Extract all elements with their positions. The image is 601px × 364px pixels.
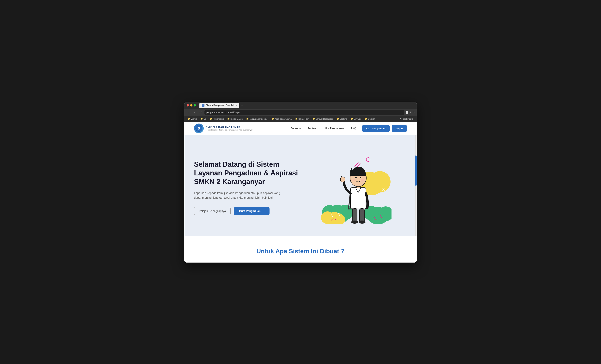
bookmark-kubernetes[interactable]: 📁 Kubernetes [208, 117, 225, 121]
folder-icon: 📁 [351, 118, 353, 120]
forward-button[interactable]: › [192, 110, 197, 115]
bookmark-label: All Bookmarks [400, 118, 413, 120]
tab-close-icon[interactable]: ✕ [235, 104, 237, 106]
tab-bar: Sistem Pengaduan Sekolah ✕ + [200, 103, 414, 108]
minimize-button[interactable] [190, 104, 192, 106]
active-tab[interactable]: Sistem Pengaduan Sekolah ✕ [200, 103, 239, 108]
bookmark-label: Kubernetes [213, 118, 224, 120]
folder-icon: 📁 [210, 118, 212, 120]
hero-section: Selamat Datang di Sistem Layanan Pengadu… [184, 135, 417, 236]
svg-point-15 [321, 212, 334, 224]
new-tab-button[interactable]: + [240, 104, 244, 107]
svg-point-24 [341, 177, 345, 182]
site-logo[interactable]: S SMK N 2 KARANGANYAR Jl. Yos Sudarso, B… [194, 123, 252, 133]
svg-text:S: S [198, 127, 200, 130]
folder-icon: 📁 [246, 118, 249, 120]
folder-icon: 📁 [312, 118, 315, 120]
bookmark-label: Docker [368, 118, 375, 120]
learn-more-button[interactable]: Pelajari Selengkapnya [194, 207, 230, 215]
folder-icon: 📁 [365, 118, 367, 120]
website-content: S SMK N 2 KARANGANYAR Jl. Yos Sudarso, B… [184, 122, 417, 263]
logo-sub-text: Jl. Yos Sudarso, Bejen, Kec. Karanganyar… [206, 129, 252, 131]
nav-alur[interactable]: Alur Pengaduan [324, 127, 344, 130]
shield-icon: 🛡 [413, 111, 415, 114]
svg-rect-25 [352, 209, 357, 222]
tab-title: Sistem Pengaduan Sekolah [206, 104, 234, 107]
svg-point-2 [366, 158, 370, 162]
hero-illustration: ✕ [299, 151, 391, 224]
hero-content: Selamat Datang di Sistem Layanan Pengadu… [194, 160, 299, 215]
close-button[interactable] [187, 104, 189, 106]
nav-tentang[interactable]: Tentang [308, 127, 317, 130]
scrollbar-track [415, 135, 417, 236]
folder-icon: 📁 [295, 118, 298, 120]
hero-illustration-svg: ✕ [299, 151, 391, 224]
svg-rect-26 [360, 209, 364, 222]
hero-title: Selamat Datang di Sistem Layanan Pengadu… [194, 160, 299, 186]
bookmark-label: Tataruang Magela... [249, 118, 268, 120]
hero-buttons: Pelajari Selengkapnya Buat Pengaduan → [194, 207, 299, 215]
folder-icon: 📁 [272, 118, 274, 120]
logo-text-block: SMK N 2 KARANGANYAR Jl. Yos Sudarso, Bej… [206, 126, 252, 131]
title-bar: Sistem Pengaduan Sekolah ✕ + [184, 102, 417, 109]
bookmark-kejaksaan[interactable]: 📁 Kejaksaan Agun... [270, 117, 293, 121]
bookmark-digital-cargo[interactable]: 📁 Digital Cargo [226, 117, 244, 121]
reload-button[interactable]: ↺ [198, 110, 203, 115]
bookmark-label: Works [191, 118, 197, 120]
bookmark-devops[interactable]: 📁 DevOps [349, 117, 363, 121]
address-bar-row: ‹ › ↺ pengaduan-smkn2kra.netlify.app ⬜ ⬆… [184, 109, 417, 116]
svg-point-33 [356, 177, 357, 177]
url-text: pengaduan-smkn2kra.netlify.app [206, 111, 240, 114]
browser-window: Sistem Pengaduan Sekolah ✕ + ‹ › ↺ penga… [184, 102, 417, 263]
folder-icon: 📁 [200, 118, 203, 120]
svg-text:✕: ✕ [382, 188, 385, 192]
back-button[interactable]: ‹ [186, 110, 190, 115]
section-2: Untuk Apa Sistem Ini Dibuat ? [184, 236, 417, 263]
bookmark-label: Kejaksaan Agun... [275, 118, 292, 120]
svg-point-36 [361, 179, 364, 181]
bookmark-label: Jenkins [340, 118, 347, 120]
share-icon: ⬆ [410, 111, 412, 114]
fullscreen-button[interactable] [194, 104, 196, 106]
nav-beranda[interactable]: Beranda [290, 127, 301, 130]
scrollbar-thumb[interactable] [415, 155, 417, 186]
bookmark-baintelkam[interactable]: 📁 Baintelkam [294, 117, 310, 121]
nav-faq[interactable]: FAQ [351, 127, 356, 130]
cast-icon: ⬜ [406, 111, 409, 114]
bookmark-all[interactable]: All Bookmarks [398, 117, 415, 121]
svg-point-27 [351, 221, 358, 224]
bookmarks-bar: 📁 Works 📁 Go 📁 Kubernetes 📁 Digital Carg… [184, 116, 417, 122]
nav-links: Beranda Tentang Alur Pengaduan FAQ [290, 127, 356, 130]
traffic-lights [187, 104, 196, 106]
address-icons: ⬜ ⬆ 🛡 [406, 111, 415, 114]
bookmark-works[interactable]: 📁 Works [186, 117, 199, 121]
bookmark-laravel[interactable]: 📁 Laravel Resources [311, 117, 335, 121]
logo-icon: S [194, 123, 204, 133]
svg-point-35 [353, 179, 355, 181]
svg-point-28 [359, 221, 366, 224]
site-navbar: S SMK N 2 KARANGANYAR Jl. Yos Sudarso, B… [184, 122, 417, 135]
bookmark-label: DevOps [354, 118, 361, 120]
folder-icon: 📁 [337, 118, 339, 120]
folder-icon: 📁 [227, 118, 230, 120]
bookmark-jenkins[interactable]: 📁 Jenkins [335, 117, 349, 121]
tab-favicon [202, 104, 204, 107]
svg-point-34 [361, 177, 361, 177]
section-2-title: Untuk Apa Sistem Ini Dibuat ? [194, 248, 407, 255]
nav-actions: Cari Pengaduan Login [362, 125, 407, 132]
login-button[interactable]: Login [392, 125, 407, 132]
bookmark-label: Go [203, 118, 206, 120]
hero-description: Laporkan kepada kami jika ada Pengaduan … [194, 191, 283, 200]
search-button[interactable]: Cari Pengaduan [362, 125, 390, 132]
bookmark-label: Baintelkam [298, 118, 309, 120]
report-button[interactable]: Buat Pengaduan → [234, 207, 269, 215]
bookmark-label: Digital Cargo [230, 118, 243, 120]
logo-svg: S [195, 125, 202, 132]
bookmark-go[interactable]: 📁 Go [199, 117, 208, 121]
folder-icon: 📁 [188, 118, 190, 120]
bookmark-label: Laravel Resources [316, 118, 333, 120]
address-input[interactable]: pengaduan-smkn2kra.netlify.app [204, 110, 404, 115]
bookmark-docker[interactable]: 📁 Docker [363, 117, 376, 121]
logo-main-text: SMK N 2 KARANGANYAR [206, 126, 252, 129]
bookmark-tataruang[interactable]: 📁 Tataruang Magela... [245, 117, 270, 121]
